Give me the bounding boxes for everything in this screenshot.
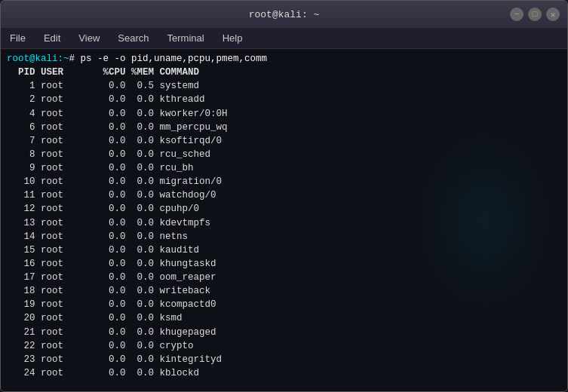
window-title: root@kali: ~ bbox=[249, 9, 320, 20]
minimize-icon: − bbox=[514, 10, 520, 19]
terminal-body[interactable]: root@kali:~# ps -e -o pid,uname,pcpu,pme… bbox=[1, 49, 567, 391]
list-item: 15 root 0.0 0.0 kauditd bbox=[7, 243, 561, 257]
list-item: 7 root 0.0 0.0 ksoftirqd/0 bbox=[7, 134, 561, 148]
terminal-content: root@kali:~# ps -e -o pid,uname,pcpu,pme… bbox=[7, 52, 561, 380]
menubar: File Edit View Search Terminal Help bbox=[1, 28, 567, 49]
terminal-window: root@kali: ~ − □ ✕ File Edit View Search… bbox=[0, 0, 568, 392]
list-item: 1 root 0.0 0.5 systemd bbox=[7, 79, 561, 93]
menu-edit[interactable]: Edit bbox=[41, 31, 63, 45]
list-item: 4 root 0.0 0.0 kworker/0:0H bbox=[7, 107, 561, 121]
list-item: 19 root 0.0 0.0 kcompactd0 bbox=[7, 298, 561, 311]
menu-help[interactable]: Help bbox=[220, 31, 246, 45]
menu-search[interactable]: Search bbox=[115, 31, 152, 45]
prompt-line: root@kali:~# ps -e -o pid,uname,pcpu,pme… bbox=[7, 52, 561, 66]
list-item: 23 root 0.0 0.0 kintegrityd bbox=[7, 353, 561, 366]
list-item: 2 root 0.0 0.0 kthreadd bbox=[7, 93, 561, 106]
menu-terminal[interactable]: Terminal bbox=[164, 31, 207, 45]
list-item: 8 root 0.0 0.0 rcu_sched bbox=[7, 148, 561, 161]
list-item: 18 root 0.0 0.0 writeback bbox=[7, 284, 561, 298]
list-item: 12 root 0.0 0.0 cpuhp/0 bbox=[7, 202, 561, 216]
list-item: 16 root 0.0 0.0 khungtaskd bbox=[7, 257, 561, 271]
list-item: 21 root 0.0 0.0 khugepaged bbox=[7, 326, 561, 339]
list-item: 24 root 0.0 0.0 kblockd bbox=[7, 366, 561, 380]
list-item: 6 root 0.0 0.0 mm_percpu_wq bbox=[7, 121, 561, 134]
minimize-button[interactable]: − bbox=[510, 8, 523, 21]
prompt-user: root@kali bbox=[7, 54, 58, 64]
list-item: 17 root 0.0 0.0 oom_reaper bbox=[7, 271, 561, 284]
menu-view[interactable]: View bbox=[75, 31, 103, 45]
prompt-hash: # bbox=[69, 54, 81, 64]
process-list: 1 root 0.0 0.5 systemd 2 root 0.0 0.0 kt… bbox=[7, 79, 561, 380]
list-item: 22 root 0.0 0.0 crypto bbox=[7, 339, 561, 353]
list-item: 20 root 0.0 0.0 ksmd bbox=[7, 311, 561, 325]
titlebar: root@kali: ~ − □ ✕ bbox=[1, 1, 567, 28]
close-button[interactable]: ✕ bbox=[546, 8, 560, 21]
list-item: 13 root 0.0 0.0 kdevtmpfs bbox=[7, 216, 561, 230]
list-item: 10 root 0.0 0.0 migration/0 bbox=[7, 175, 561, 188]
prompt-path: :~ bbox=[58, 54, 69, 64]
list-item: 14 root 0.0 0.0 netns bbox=[7, 230, 561, 243]
maximize-button[interactable]: □ bbox=[528, 8, 542, 21]
close-icon: ✕ bbox=[551, 10, 556, 20]
window-controls: − □ ✕ bbox=[510, 8, 560, 21]
process-header: PID USER %CPU %MEM COMMAND bbox=[7, 66, 561, 79]
command-text: ps -e -o pid,uname,pcpu,pmem,comm bbox=[81, 54, 268, 64]
list-item: 11 root 0.0 0.0 watchdog/0 bbox=[7, 188, 561, 202]
menu-file[interactable]: File bbox=[7, 31, 29, 45]
list-item: 9 root 0.0 0.0 rcu_bh bbox=[7, 161, 561, 175]
maximize-icon: □ bbox=[533, 10, 538, 19]
